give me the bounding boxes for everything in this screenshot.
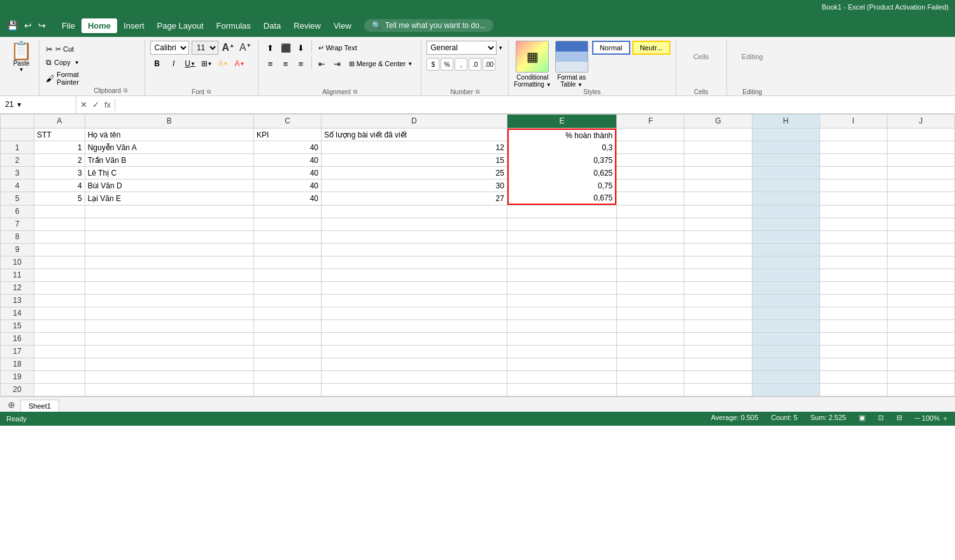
top-align-button[interactable]: ⬆ bbox=[264, 41, 278, 55]
cell-c2[interactable]: 40 bbox=[253, 154, 321, 167]
cell-f3[interactable] bbox=[617, 167, 684, 179]
cell-i0[interactable] bbox=[819, 128, 887, 141]
cell-a4[interactable]: 4 bbox=[34, 179, 85, 192]
name-box[interactable]: 21 ▼ bbox=[0, 96, 76, 113]
cell-c5[interactable]: 40 bbox=[253, 192, 321, 206]
col-header-i[interactable]: I bbox=[819, 114, 887, 128]
cell-a3[interactable]: 3 bbox=[34, 167, 85, 179]
col-header-d[interactable]: D bbox=[322, 114, 507, 128]
row-header-5[interactable]: 5 bbox=[1, 192, 34, 206]
cell-e1[interactable]: 0,3 bbox=[507, 141, 616, 154]
row-header-4[interactable]: 4 bbox=[1, 179, 34, 192]
col-header-b[interactable]: B bbox=[85, 114, 253, 128]
copy-button[interactable]: ⧉ Copy ▼ bbox=[43, 57, 82, 68]
cell-e4[interactable]: 0,75 bbox=[507, 179, 616, 192]
confirm-formula-button[interactable]: ✓ bbox=[91, 99, 101, 111]
cell-h2[interactable] bbox=[752, 154, 819, 167]
menu-data[interactable]: Data bbox=[257, 18, 287, 33]
tell-me-box[interactable]: 🔍 Tell me what you want to do... bbox=[364, 19, 493, 32]
cell-i3[interactable] bbox=[819, 167, 887, 179]
cell-b1[interactable]: Nguyễn Văn A bbox=[85, 141, 253, 154]
clipboard-expand-icon[interactable]: ⧉ bbox=[124, 87, 127, 94]
conditional-formatting-button[interactable]: ▦ ConditionalFormatting ▼ bbox=[514, 41, 551, 88]
decrease-decimal-button[interactable]: .00 bbox=[483, 58, 495, 71]
name-box-dropdown[interactable]: ▼ bbox=[16, 101, 22, 108]
align-left-button[interactable]: ≡ bbox=[264, 57, 278, 71]
increase-indent-button[interactable]: ⇥ bbox=[330, 57, 344, 71]
row-header-1[interactable]: 1 bbox=[1, 141, 34, 154]
bold-button[interactable]: B bbox=[150, 57, 164, 71]
cell-g2[interactable] bbox=[684, 154, 752, 167]
cell-d0[interactable]: Số lượng bài viết đã viết bbox=[322, 128, 507, 141]
col-header-e[interactable]: E bbox=[507, 114, 616, 128]
col-header-c[interactable]: C bbox=[253, 114, 321, 128]
cell-i2[interactable] bbox=[819, 154, 887, 167]
cell-j5[interactable] bbox=[887, 192, 954, 206]
cell-f5[interactable] bbox=[617, 192, 684, 206]
row-header-0[interactable] bbox=[1, 128, 34, 141]
col-header-g[interactable]: G bbox=[684, 114, 752, 128]
cell-f1[interactable] bbox=[617, 141, 684, 154]
decrease-font-size-button[interactable]: A▼ bbox=[238, 42, 253, 53]
cell-e2[interactable]: 0,375 bbox=[507, 154, 616, 167]
number-format-select[interactable]: General bbox=[427, 41, 497, 55]
cell-g1[interactable] bbox=[684, 141, 752, 154]
fill-color-button[interactable]: A ▼ bbox=[216, 57, 230, 71]
cell-b2[interactable]: Trần Văn B bbox=[85, 154, 253, 167]
cell-d1[interactable]: 12 bbox=[322, 141, 507, 154]
bottom-align-button[interactable]: ⬇ bbox=[294, 41, 308, 55]
font-color-button[interactable]: A ▼ bbox=[233, 57, 247, 71]
merge-center-button[interactable]: ⊞ Merge & Center ▼ bbox=[346, 57, 416, 71]
col-header-h[interactable]: H bbox=[752, 114, 819, 128]
view-normal-button[interactable]: ▣ bbox=[859, 414, 865, 423]
menu-review[interactable]: Review bbox=[287, 18, 327, 33]
align-center-button[interactable]: ≡ bbox=[279, 57, 293, 71]
cell-g5[interactable] bbox=[684, 192, 752, 206]
percent-button[interactable]: % bbox=[441, 58, 453, 71]
font-size-select[interactable]: 11 bbox=[192, 41, 218, 55]
decrease-indent-button[interactable]: ⇤ bbox=[315, 57, 329, 71]
alignment-expand-icon[interactable]: ⧉ bbox=[353, 88, 357, 95]
cell-j3[interactable] bbox=[887, 167, 954, 179]
cell-b3[interactable]: Lê Thị C bbox=[85, 167, 253, 179]
cell-e5[interactable]: 0,675 bbox=[507, 192, 616, 206]
font-name-select[interactable]: Calibri bbox=[150, 41, 189, 55]
cut-button[interactable]: ✂ ✂ Cut bbox=[43, 43, 82, 55]
menu-file[interactable]: File bbox=[55, 18, 81, 33]
menu-insert[interactable]: Insert bbox=[117, 18, 151, 33]
cell-a0[interactable]: STT bbox=[34, 128, 85, 141]
cell-b0[interactable]: Họ và tên bbox=[85, 128, 253, 141]
cell-d2[interactable]: 15 bbox=[322, 154, 507, 167]
menu-view[interactable]: View bbox=[327, 18, 358, 33]
cell-i4[interactable] bbox=[819, 179, 887, 192]
cell-b4[interactable]: Bùi Văn D bbox=[85, 179, 253, 192]
cell-c1[interactable]: 40 bbox=[253, 141, 321, 154]
cell-a5[interactable]: 5 bbox=[34, 192, 85, 206]
cell-h1[interactable] bbox=[752, 141, 819, 154]
cell-c4[interactable]: 40 bbox=[253, 179, 321, 192]
cell-c0[interactable]: KPI bbox=[253, 128, 321, 141]
view-page-layout-button[interactable]: ⊡ bbox=[878, 414, 884, 423]
sheet-tab-1[interactable]: Sheet1 bbox=[20, 400, 59, 412]
cell-d3[interactable]: 25 bbox=[322, 167, 507, 179]
cell-j1[interactable] bbox=[887, 141, 954, 154]
cell-i1[interactable] bbox=[819, 141, 887, 154]
cell-j2[interactable] bbox=[887, 154, 954, 167]
paste-button[interactable]: 📋 Paste ▼ bbox=[8, 41, 35, 74]
save-button[interactable]: 💾 bbox=[5, 20, 20, 31]
row-header-2[interactable]: 2 bbox=[1, 154, 34, 167]
cell-j0[interactable] bbox=[887, 128, 954, 141]
menu-home[interactable]: Home bbox=[81, 18, 117, 33]
underline-button[interactable]: U ▼ bbox=[183, 57, 197, 71]
cell-h0[interactable] bbox=[752, 128, 819, 141]
align-right-button[interactable]: ≡ bbox=[294, 57, 308, 71]
cell-i5[interactable] bbox=[819, 192, 887, 206]
col-header-a[interactable]: A bbox=[34, 114, 85, 128]
cell-g0[interactable] bbox=[684, 128, 752, 141]
cell-h3[interactable] bbox=[752, 167, 819, 179]
number-expand-icon[interactable]: ⧉ bbox=[476, 88, 479, 95]
cell-g4[interactable] bbox=[684, 179, 752, 192]
cell-b5[interactable]: Lại Văn E bbox=[85, 192, 253, 206]
cell-e3[interactable]: 0,625 bbox=[507, 167, 616, 179]
redo-button[interactable]: ↪ bbox=[36, 20, 48, 31]
